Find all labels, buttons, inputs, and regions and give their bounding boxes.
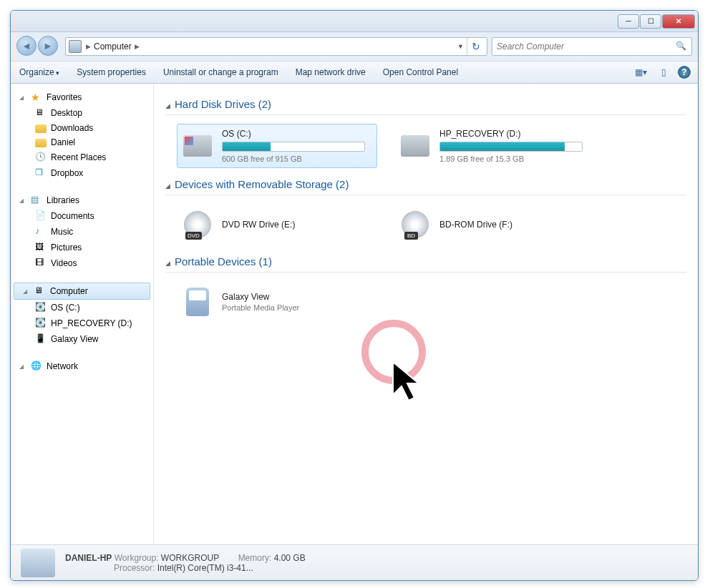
drive-info: HP_RECOVERY (D:) 1.89 GB free of 15.3 GB (439, 129, 590, 163)
drive-name: OS (C:) (222, 129, 372, 139)
section-portable-header[interactable]: Portable Devices (1) (165, 253, 686, 270)
drive-sub: Portable Media Player (222, 303, 372, 312)
breadcrumb-location[interactable]: Computer (92, 41, 133, 52)
libraries-label: Libraries (47, 195, 79, 205)
uninstall-button[interactable]: Uninstall or change a program (162, 64, 280, 80)
drive-free: 600 GB free of 915 GB (222, 155, 372, 163)
body-area: ★ Favorites 🖥Desktop Downloads Daniel 🕓R… (11, 84, 698, 546)
status-details: DANIEL-HP Workgroup: WORKGROUP Memory: 4… (65, 553, 306, 573)
breadcrumb-sep: ▶ (84, 43, 92, 50)
drive-os[interactable]: OS (C:) 600 GB free of 915 GB (177, 124, 377, 168)
folder-icon (35, 124, 47, 133)
portable-row: Galaxy View Portable Media Player (165, 278, 686, 325)
drive-icon: 💽 (35, 302, 47, 313)
maximize-button[interactable]: ☐ (640, 14, 661, 29)
drive-info: DVD RW Drive (E:) (222, 220, 372, 230)
removable-row: DVD RW Drive (E:) BD-ROM Drive (F:) (165, 201, 686, 248)
pictures-icon: 🖼 (35, 242, 47, 253)
control-panel-button[interactable]: Open Control Panel (381, 64, 459, 80)
drive-icon: 💽 (35, 318, 47, 329)
videos-icon: 🎞 (35, 258, 47, 269)
sidebar-item-galaxy[interactable]: 📱Galaxy View (11, 331, 153, 347)
drive-info: Galaxy View Portable Media Player (222, 292, 372, 312)
sidebar-item-dropbox[interactable]: ❒Dropbox (11, 165, 153, 181)
address-row: ◄ ► ▶ Computer ▶ ▼ ↻ 🔍 (11, 32, 698, 61)
hdd-icon (182, 130, 213, 162)
sidebar-item-pictures[interactable]: 🖼Pictures (11, 240, 153, 255)
computer-icon (69, 40, 82, 53)
toolbar-right: ▦▾ ▯ ? (632, 65, 691, 79)
toolbar: Organize System properties Uninstall or … (11, 61, 698, 84)
breadcrumb-sep[interactable]: ▶ (133, 43, 141, 50)
network-icon: 🌐 (31, 361, 42, 372)
system-properties-button[interactable]: System properties (75, 64, 147, 80)
address-dropdown[interactable]: ▼ (454, 43, 467, 50)
titlebar: ─ ☐ ✕ (11, 11, 698, 32)
sidebar-item-music[interactable]: ♪Music (11, 224, 153, 240)
music-icon: ♪ (35, 226, 47, 237)
address-bar[interactable]: ▶ Computer ▶ ▼ ↻ (65, 37, 487, 56)
search-box[interactable]: 🔍 (492, 37, 692, 56)
hdd-icon (399, 130, 431, 162)
status-bar: DANIEL-HP Workgroup: WORKGROUP Memory: 4… (11, 544, 698, 580)
drive-galaxy[interactable]: Galaxy View Portable Media Player (177, 281, 377, 323)
map-drive-button[interactable]: Map network drive (294, 64, 367, 80)
libraries-icon: ▤ (31, 195, 42, 206)
preview-pane-button[interactable]: ▯ (655, 65, 672, 79)
forward-button[interactable]: ► (38, 36, 58, 56)
sidebar-item-desktop[interactable]: 🖥Desktop (11, 105, 153, 121)
sidebar-libraries-header[interactable]: ▤ Libraries (11, 192, 153, 208)
minimize-button[interactable]: ─ (618, 14, 639, 29)
sidebar-computer-header[interactable]: 🖥 Computer (14, 283, 150, 300)
device-icon: 📱 (35, 333, 47, 345)
sidebar-item-recent[interactable]: 🕓Recent Places (11, 150, 153, 165)
recent-icon: 🕓 (35, 152, 47, 163)
drive-dvd[interactable]: DVD RW Drive (E:) (177, 204, 377, 245)
drive-free: 1.89 GB free of 15.3 GB (439, 155, 590, 163)
sidebar-network-header[interactable]: 🌐 Network (11, 358, 153, 374)
dropbox-icon: ❒ (35, 167, 47, 179)
sidebar-item-downloads[interactable]: Downloads (11, 121, 153, 135)
hdd-row: OS (C:) 600 GB free of 915 GB HP_RECOVER… (165, 121, 686, 171)
organize-menu[interactable]: Organize (18, 64, 61, 80)
sidebar-item-daniel[interactable]: Daniel (11, 135, 153, 150)
sidebar-favorites-group: ★ Favorites 🖥Desktop Downloads Daniel 🕓R… (11, 89, 153, 181)
drive-info: OS (C:) 600 GB free of 915 GB (222, 129, 372, 163)
drive-name: Galaxy View (222, 292, 372, 302)
drive-info: BD-ROM Drive (F:) (439, 220, 590, 230)
divider (165, 114, 686, 115)
media-player-icon (182, 286, 213, 318)
search-icon[interactable]: 🔍 (676, 41, 687, 52)
section-removable-header[interactable]: Devices with Removable Storage (2) (165, 175, 686, 193)
star-icon: ★ (31, 92, 42, 103)
view-mode-button[interactable]: ▦▾ (632, 65, 649, 79)
back-button[interactable]: ◄ (16, 36, 37, 56)
sidebar-favorites-header[interactable]: ★ Favorites (11, 89, 153, 105)
documents-icon: 📄 (35, 210, 47, 222)
sidebar-item-recovery[interactable]: 💽HP_RECOVERY (D:) (11, 315, 153, 331)
drive-recovery[interactable]: HP_RECOVERY (D:) 1.89 GB free of 15.3 GB (394, 124, 595, 168)
help-button[interactable]: ? (678, 66, 691, 79)
explorer-window: ─ ☐ ✕ ◄ ► ▶ Computer ▶ ▼ ↻ 🔍 Organize Sy… (10, 10, 699, 581)
close-button[interactable]: ✕ (662, 14, 695, 29)
search-input[interactable] (497, 41, 676, 52)
divider (165, 195, 686, 195)
folder-icon (35, 139, 47, 147)
computer-icon: 🖥 (34, 285, 46, 297)
sidebar-item-os[interactable]: 💽OS (C:) (11, 300, 153, 315)
click-highlight-circle (361, 320, 426, 384)
drive-name: DVD RW Drive (E:) (222, 220, 372, 230)
refresh-button[interactable]: ↻ (467, 38, 484, 55)
divider (165, 272, 686, 273)
main-content: Hard Disk Drives (2) OS (C:) 600 GB free… (154, 84, 698, 546)
sidebar-item-videos[interactable]: 🎞Videos (11, 255, 153, 271)
drive-bd[interactable]: BD-ROM Drive (F:) (394, 204, 595, 245)
bd-icon (399, 209, 431, 240)
dvd-icon (182, 209, 213, 240)
sidebar-libraries-group: ▤ Libraries 📄Documents ♪Music 🖼Pictures … (11, 192, 153, 271)
sidebar-network-group: 🌐 Network (11, 358, 153, 374)
network-label: Network (47, 361, 78, 371)
sidebar-item-documents[interactable]: 📄Documents (11, 208, 153, 224)
section-hdd-header[interactable]: Hard Disk Drives (2) (165, 95, 686, 113)
desktop-icon: 🖥 (35, 107, 47, 119)
